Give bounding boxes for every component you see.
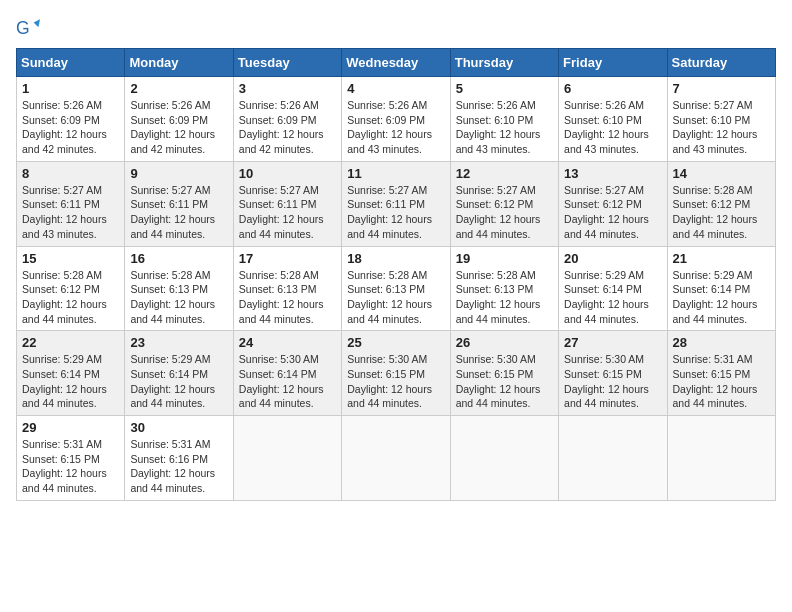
day-header-saturday: Saturday <box>667 49 775 77</box>
calendar-cell: 27 Sunrise: 5:30 AM Sunset: 6:15 PM Dayl… <box>559 331 667 416</box>
day-number: 2 <box>130 81 227 96</box>
day-info: Sunrise: 5:26 AM Sunset: 6:09 PM Dayligh… <box>239 98 336 157</box>
calendar-header-row: SundayMondayTuesdayWednesdayThursdayFrid… <box>17 49 776 77</box>
day-info: Sunrise: 5:27 AM Sunset: 6:12 PM Dayligh… <box>564 183 661 242</box>
day-info: Sunrise: 5:29 AM Sunset: 6:14 PM Dayligh… <box>673 268 770 327</box>
calendar-cell <box>450 416 558 501</box>
day-info: Sunrise: 5:27 AM Sunset: 6:11 PM Dayligh… <box>22 183 119 242</box>
day-number: 12 <box>456 166 553 181</box>
day-info: Sunrise: 5:27 AM Sunset: 6:10 PM Dayligh… <box>673 98 770 157</box>
day-number: 11 <box>347 166 444 181</box>
calendar-cell: 2 Sunrise: 5:26 AM Sunset: 6:09 PM Dayli… <box>125 77 233 162</box>
day-header-friday: Friday <box>559 49 667 77</box>
day-number: 6 <box>564 81 661 96</box>
calendar-cell: 12 Sunrise: 5:27 AM Sunset: 6:12 PM Dayl… <box>450 161 558 246</box>
calendar-cell: 9 Sunrise: 5:27 AM Sunset: 6:11 PM Dayli… <box>125 161 233 246</box>
week-row-2: 8 Sunrise: 5:27 AM Sunset: 6:11 PM Dayli… <box>17 161 776 246</box>
calendar: SundayMondayTuesdayWednesdayThursdayFrid… <box>16 48 776 501</box>
calendar-cell: 21 Sunrise: 5:29 AM Sunset: 6:14 PM Dayl… <box>667 246 775 331</box>
calendar-cell <box>233 416 341 501</box>
day-number: 5 <box>456 81 553 96</box>
calendar-cell: 23 Sunrise: 5:29 AM Sunset: 6:14 PM Dayl… <box>125 331 233 416</box>
day-header-monday: Monday <box>125 49 233 77</box>
day-number: 9 <box>130 166 227 181</box>
day-header-thursday: Thursday <box>450 49 558 77</box>
day-info: Sunrise: 5:28 AM Sunset: 6:13 PM Dayligh… <box>130 268 227 327</box>
calendar-cell: 4 Sunrise: 5:26 AM Sunset: 6:09 PM Dayli… <box>342 77 450 162</box>
day-info: Sunrise: 5:28 AM Sunset: 6:12 PM Dayligh… <box>673 183 770 242</box>
day-number: 4 <box>347 81 444 96</box>
day-number: 24 <box>239 335 336 350</box>
header: G <box>16 16 776 40</box>
calendar-cell: 11 Sunrise: 5:27 AM Sunset: 6:11 PM Dayl… <box>342 161 450 246</box>
day-number: 29 <box>22 420 119 435</box>
calendar-cell: 24 Sunrise: 5:30 AM Sunset: 6:14 PM Dayl… <box>233 331 341 416</box>
calendar-cell: 26 Sunrise: 5:30 AM Sunset: 6:15 PM Dayl… <box>450 331 558 416</box>
calendar-cell: 15 Sunrise: 5:28 AM Sunset: 6:12 PM Dayl… <box>17 246 125 331</box>
day-number: 25 <box>347 335 444 350</box>
day-info: Sunrise: 5:26 AM Sunset: 6:09 PM Dayligh… <box>130 98 227 157</box>
calendar-cell: 10 Sunrise: 5:27 AM Sunset: 6:11 PM Dayl… <box>233 161 341 246</box>
calendar-cell: 1 Sunrise: 5:26 AM Sunset: 6:09 PM Dayli… <box>17 77 125 162</box>
day-info: Sunrise: 5:28 AM Sunset: 6:13 PM Dayligh… <box>239 268 336 327</box>
calendar-cell: 6 Sunrise: 5:26 AM Sunset: 6:10 PM Dayli… <box>559 77 667 162</box>
day-info: Sunrise: 5:27 AM Sunset: 6:11 PM Dayligh… <box>130 183 227 242</box>
day-number: 27 <box>564 335 661 350</box>
day-header-tuesday: Tuesday <box>233 49 341 77</box>
week-row-1: 1 Sunrise: 5:26 AM Sunset: 6:09 PM Dayli… <box>17 77 776 162</box>
day-info: Sunrise: 5:29 AM Sunset: 6:14 PM Dayligh… <box>564 268 661 327</box>
day-number: 14 <box>673 166 770 181</box>
day-number: 28 <box>673 335 770 350</box>
calendar-cell: 3 Sunrise: 5:26 AM Sunset: 6:09 PM Dayli… <box>233 77 341 162</box>
day-info: Sunrise: 5:28 AM Sunset: 6:13 PM Dayligh… <box>456 268 553 327</box>
day-info: Sunrise: 5:26 AM Sunset: 6:10 PM Dayligh… <box>564 98 661 157</box>
calendar-cell: 13 Sunrise: 5:27 AM Sunset: 6:12 PM Dayl… <box>559 161 667 246</box>
day-number: 21 <box>673 251 770 266</box>
day-info: Sunrise: 5:28 AM Sunset: 6:13 PM Dayligh… <box>347 268 444 327</box>
day-number: 26 <box>456 335 553 350</box>
day-info: Sunrise: 5:31 AM Sunset: 6:16 PM Dayligh… <box>130 437 227 496</box>
day-number: 20 <box>564 251 661 266</box>
day-info: Sunrise: 5:30 AM Sunset: 6:14 PM Dayligh… <box>239 352 336 411</box>
calendar-cell: 7 Sunrise: 5:27 AM Sunset: 6:10 PM Dayli… <box>667 77 775 162</box>
day-info: Sunrise: 5:28 AM Sunset: 6:12 PM Dayligh… <box>22 268 119 327</box>
day-info: Sunrise: 5:26 AM Sunset: 6:09 PM Dayligh… <box>22 98 119 157</box>
day-info: Sunrise: 5:26 AM Sunset: 6:10 PM Dayligh… <box>456 98 553 157</box>
day-number: 13 <box>564 166 661 181</box>
calendar-cell: 29 Sunrise: 5:31 AM Sunset: 6:15 PM Dayl… <box>17 416 125 501</box>
day-header-sunday: Sunday <box>17 49 125 77</box>
day-number: 22 <box>22 335 119 350</box>
day-info: Sunrise: 5:30 AM Sunset: 6:15 PM Dayligh… <box>564 352 661 411</box>
day-info: Sunrise: 5:27 AM Sunset: 6:11 PM Dayligh… <box>239 183 336 242</box>
calendar-cell: 22 Sunrise: 5:29 AM Sunset: 6:14 PM Dayl… <box>17 331 125 416</box>
calendar-cell: 19 Sunrise: 5:28 AM Sunset: 6:13 PM Dayl… <box>450 246 558 331</box>
day-number: 23 <box>130 335 227 350</box>
calendar-cell: 14 Sunrise: 5:28 AM Sunset: 6:12 PM Dayl… <box>667 161 775 246</box>
logo-icon: G <box>16 16 40 40</box>
day-number: 30 <box>130 420 227 435</box>
day-number: 1 <box>22 81 119 96</box>
day-info: Sunrise: 5:31 AM Sunset: 6:15 PM Dayligh… <box>673 352 770 411</box>
day-info: Sunrise: 5:29 AM Sunset: 6:14 PM Dayligh… <box>22 352 119 411</box>
day-info: Sunrise: 5:27 AM Sunset: 6:11 PM Dayligh… <box>347 183 444 242</box>
calendar-cell: 16 Sunrise: 5:28 AM Sunset: 6:13 PM Dayl… <box>125 246 233 331</box>
day-info: Sunrise: 5:29 AM Sunset: 6:14 PM Dayligh… <box>130 352 227 411</box>
day-info: Sunrise: 5:27 AM Sunset: 6:12 PM Dayligh… <box>456 183 553 242</box>
day-number: 17 <box>239 251 336 266</box>
calendar-cell: 30 Sunrise: 5:31 AM Sunset: 6:16 PM Dayl… <box>125 416 233 501</box>
day-info: Sunrise: 5:26 AM Sunset: 6:09 PM Dayligh… <box>347 98 444 157</box>
day-info: Sunrise: 5:30 AM Sunset: 6:15 PM Dayligh… <box>456 352 553 411</box>
day-info: Sunrise: 5:31 AM Sunset: 6:15 PM Dayligh… <box>22 437 119 496</box>
calendar-cell: 5 Sunrise: 5:26 AM Sunset: 6:10 PM Dayli… <box>450 77 558 162</box>
calendar-cell <box>667 416 775 501</box>
day-number: 10 <box>239 166 336 181</box>
day-number: 16 <box>130 251 227 266</box>
day-number: 8 <box>22 166 119 181</box>
calendar-cell: 20 Sunrise: 5:29 AM Sunset: 6:14 PM Dayl… <box>559 246 667 331</box>
day-header-wednesday: Wednesday <box>342 49 450 77</box>
svg-text:G: G <box>16 18 30 38</box>
calendar-cell: 17 Sunrise: 5:28 AM Sunset: 6:13 PM Dayl… <box>233 246 341 331</box>
calendar-cell <box>342 416 450 501</box>
svg-marker-1 <box>34 19 40 27</box>
day-info: Sunrise: 5:30 AM Sunset: 6:15 PM Dayligh… <box>347 352 444 411</box>
